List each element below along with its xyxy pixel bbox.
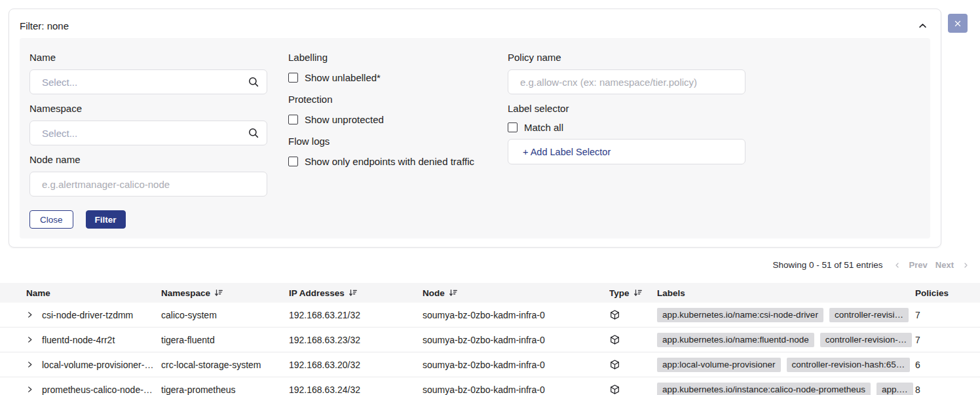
label-pill: app.kubernetes.io/name:csi-node-driver bbox=[657, 308, 823, 322]
column-header-ip-addresses[interactable]: IP Addresses bbox=[289, 288, 423, 298]
label-pill: app.kubernetes.io/name:fluentd-node bbox=[657, 333, 814, 347]
policies-count: 7 bbox=[915, 335, 980, 345]
match-all-label: Match all bbox=[524, 122, 563, 133]
checkbox-icon[interactable] bbox=[288, 73, 298, 83]
expand-row-icon[interactable] bbox=[26, 311, 33, 318]
close-button[interactable]: Close bbox=[29, 210, 73, 229]
expand-row-icon[interactable] bbox=[26, 361, 33, 368]
protection-heading: Protection bbox=[288, 93, 508, 106]
endpoint-name: fluentd-node-4rr2t bbox=[42, 335, 115, 345]
show-unprotected-option[interactable]: Show unprotected bbox=[288, 114, 508, 124]
pod-type-icon bbox=[609, 359, 620, 370]
pod-type-icon bbox=[609, 384, 620, 395]
filter-column-left: Name Namespace Node name bbox=[29, 38, 267, 229]
endpoint-node: soumya-bz-0zbo-kadm-infra-0 bbox=[423, 360, 609, 370]
endpoints-page: Filter: none Name Namespace bbox=[0, 0, 980, 395]
next-page-button[interactable]: Next bbox=[935, 260, 954, 270]
chevron-right-icon[interactable] bbox=[962, 261, 970, 269]
namespace-select-input[interactable] bbox=[29, 121, 267, 145]
policies-count: 8 bbox=[915, 385, 980, 395]
table-row: local-volume-provisioner-… crc-local-sto… bbox=[0, 352, 980, 377]
endpoint-ip: 192.168.63.20/32 bbox=[289, 360, 423, 370]
namespace-select bbox=[29, 121, 267, 145]
table-row: fluentd-node-4rr2t tigera-fluentd 192.16… bbox=[0, 328, 980, 352]
sort-icon[interactable] bbox=[449, 288, 458, 297]
add-label-selector-button[interactable]: + Add Label Selector bbox=[508, 139, 745, 164]
filter-form: Name Namespace Node name bbox=[20, 38, 930, 238]
policies-count: 7 bbox=[915, 310, 980, 320]
entries-summary: Showing 0 - 51 of 51 entries bbox=[773, 260, 883, 270]
sort-icon[interactable] bbox=[214, 288, 223, 297]
labelling-heading: Labelling bbox=[288, 51, 508, 64]
checkbox-icon[interactable] bbox=[508, 122, 518, 132]
denied-traffic-option[interactable]: Show only endpoints with denied traffic bbox=[288, 156, 508, 166]
filter-panel-header: Filter: none bbox=[20, 17, 930, 34]
column-header-labels: Labels bbox=[657, 288, 915, 298]
policies-count: 6 bbox=[915, 360, 980, 370]
endpoint-ip: 192.168.63.21/32 bbox=[289, 310, 423, 320]
column-header-node[interactable]: Node bbox=[423, 288, 609, 298]
column-header-namespace[interactable]: Namespace bbox=[161, 288, 289, 298]
close-icon bbox=[954, 20, 962, 28]
prev-page-button[interactable]: Prev bbox=[909, 260, 928, 270]
pod-type-icon bbox=[609, 309, 620, 320]
expand-row-icon[interactable] bbox=[26, 386, 33, 393]
collapse-filter-button[interactable] bbox=[915, 18, 930, 33]
policy-name-input[interactable] bbox=[508, 69, 745, 94]
label-pill: controller-revision-hash:65… bbox=[787, 358, 911, 372]
search-icon[interactable] bbox=[248, 76, 259, 88]
label-pill: controller-revision-… bbox=[820, 333, 913, 347]
endpoint-namespace: tigera-prometheus bbox=[161, 385, 289, 395]
name-field-label: Name bbox=[29, 51, 267, 64]
filter-actions: Close Filter bbox=[29, 210, 267, 229]
expand-row-icon[interactable] bbox=[26, 336, 33, 343]
column-header-type[interactable]: Type bbox=[609, 288, 657, 298]
show-unprotected-label: Show unprotected bbox=[305, 114, 384, 125]
filter-column-middle: Labelling Show unlabelled* Protection Sh… bbox=[288, 38, 508, 166]
endpoint-namespace: calico-system bbox=[161, 310, 289, 320]
endpoint-node: soumya-bz-0zbo-kadm-infra-0 bbox=[423, 335, 609, 345]
label-pill: app:local-volume-provisioner bbox=[657, 358, 781, 372]
node-name-field bbox=[29, 172, 267, 197]
name-select bbox=[29, 69, 267, 94]
table-header-row: Name Namespace IP Addresses Node Type La… bbox=[0, 283, 980, 303]
match-all-option[interactable]: Match all bbox=[508, 122, 745, 132]
flow-logs-heading: Flow logs bbox=[288, 135, 508, 148]
chevron-up-icon bbox=[918, 21, 928, 31]
endpoint-name: local-volume-provisioner-… bbox=[42, 360, 153, 370]
pod-type-icon bbox=[609, 334, 620, 345]
filter-panel: Filter: none Name Namespace bbox=[9, 9, 941, 248]
label-selector-heading: Label selector bbox=[508, 102, 745, 115]
label-pill: controller-revisi… bbox=[829, 308, 909, 322]
name-select-input[interactable] bbox=[29, 69, 267, 94]
endpoint-name: csi-node-driver-tzdmm bbox=[42, 310, 133, 320]
endpoints-table: Name Namespace IP Addresses Node Type La… bbox=[0, 283, 980, 395]
label-pill: app.kubernetes.io/instance:calico-node-p… bbox=[657, 383, 871, 395]
policy-name-field bbox=[508, 69, 745, 94]
denied-traffic-label: Show only endpoints with denied traffic bbox=[305, 156, 474, 167]
endpoint-ip: 192.168.63.24/32 bbox=[289, 385, 423, 395]
endpoint-ip: 192.168.63.23/32 bbox=[289, 335, 423, 345]
search-icon[interactable] bbox=[248, 127, 259, 139]
table-row: prometheus-calico-node-… tigera-promethe… bbox=[0, 377, 980, 395]
endpoint-namespace: crc-local-storage-system bbox=[161, 360, 289, 370]
filter-column-right: Policy name Label selector Match all + A… bbox=[508, 38, 745, 164]
endpoint-node: soumya-bz-0zbo-kadm-infra-0 bbox=[423, 385, 609, 395]
column-header-policies: Policies bbox=[915, 288, 980, 298]
table-row: csi-node-driver-tzdmm calico-system 192.… bbox=[0, 303, 980, 328]
sort-icon[interactable] bbox=[633, 288, 643, 297]
filter-panel-title: Filter: none bbox=[20, 20, 69, 31]
node-name-input[interactable] bbox=[29, 172, 267, 197]
pagination: Showing 0 - 51 of 51 entries Prev Next bbox=[773, 260, 970, 270]
sort-icon[interactable] bbox=[349, 288, 358, 297]
filter-button[interactable]: Filter bbox=[86, 210, 126, 229]
checkbox-icon[interactable] bbox=[288, 157, 298, 166]
column-header-name[interactable]: Name bbox=[26, 288, 161, 298]
endpoint-namespace: tigera-fluentd bbox=[161, 335, 289, 345]
chevron-left-icon[interactable] bbox=[894, 261, 901, 269]
show-unlabelled-option[interactable]: Show unlabelled* bbox=[288, 72, 508, 83]
dismiss-filter-button[interactable] bbox=[948, 14, 968, 33]
node-name-field-label: Node name bbox=[29, 153, 267, 166]
show-unlabelled-label: Show unlabelled* bbox=[305, 72, 381, 83]
checkbox-icon[interactable] bbox=[288, 115, 298, 124]
